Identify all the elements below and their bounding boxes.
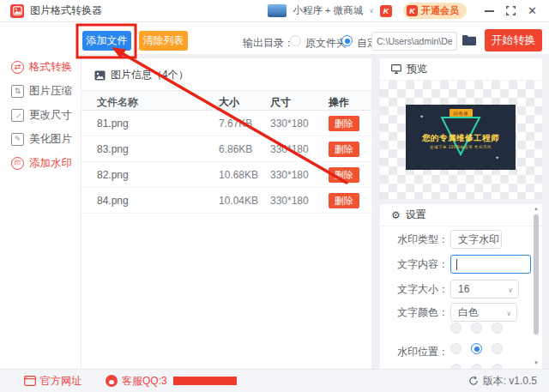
watermark-type-select[interactable]: 文字水印 ∨ [450, 230, 502, 249]
table-row: 84.png 10.04KB 330*180 删除 [81, 188, 371, 214]
cell-filename: 83.png [97, 143, 129, 155]
scroll-down-icon[interactable]: ▼ [533, 360, 540, 365]
sidebar-item-image-compress[interactable]: ⇅ 图片压缩 [11, 82, 72, 100]
text-cursor [456, 259, 457, 270]
col-size: 大小 [219, 95, 239, 110]
scrollbar-thumb[interactable] [534, 214, 539, 335]
open-vip-button[interactable]: K 开通会员 [403, 3, 467, 19]
sparkle-icon: ✦ [495, 154, 499, 160]
file-list-panel: 图片信息（4个） 文件名称 大小 尺寸 操作 81.png 7.67KB 330… [81, 58, 371, 369]
text-content-label: 文字内容： [397, 257, 450, 272]
maximize-button[interactable] [506, 6, 516, 15]
compress-icon: ⇅ [11, 85, 24, 98]
sidebar: ⇄ 格式转换 ⇅ 图片压缩 ↔ 更改尺寸 ✎ 美化图片 印 添加水印 [0, 22, 81, 369]
preview-image: ✦ ✦ 闪电修 您的专属维修工程师 全城下单 100%响应率 售后无忧 [406, 105, 516, 170]
clear-list-button[interactable]: 清除列表 [139, 31, 188, 51]
image-info-icon [94, 70, 106, 81]
col-filename: 文件名称 [97, 95, 138, 110]
cell-filename: 81.png [97, 118, 129, 130]
delete-row-button[interactable]: 删除 [329, 142, 359, 157]
chevron-down-icon: ∨ [491, 237, 496, 244]
cell-size: 6.86KB [219, 143, 252, 155]
delete-row-button[interactable]: 删除 [329, 116, 359, 131]
account-avatar [268, 4, 287, 17]
preview-icon [391, 64, 401, 74]
sidebar-item-beautify[interactable]: ✎ 美化图片 [11, 130, 72, 148]
preview-title-text: 您的专属维修工程师 [406, 133, 516, 144]
preview-badge: 闪电修 [449, 109, 473, 117]
title-bar: 图片格式转换器 小程序 + 微商城 ∨ K K 开通会员 ✕ [0, 0, 549, 22]
window-title: 图片格式转换器 [30, 3, 102, 18]
qq-number-redaction [173, 377, 237, 385]
version-label: 版本: v1.0.5 [483, 374, 537, 389]
col-action: 操作 [329, 95, 349, 110]
position-radio-center[interactable] [471, 343, 482, 354]
position-radio-top-right[interactable] [492, 323, 503, 334]
convert-icon: ⇄ [11, 61, 24, 74]
output-path-input[interactable] [371, 32, 457, 51]
output-dir-label: 输出目录： [243, 36, 294, 51]
col-dims: 尺寸 [270, 95, 291, 110]
sparkle-icon: ✦ [419, 113, 424, 119]
add-files-button[interactable]: 添加文件 [82, 31, 131, 51]
position-radio-middle-right[interactable] [492, 343, 503, 354]
text-content-input[interactable] [450, 255, 531, 274]
beautify-icon: ✎ [11, 133, 24, 146]
settings-scrollbar[interactable]: ▲ ▼ [533, 206, 540, 365]
table-row: 81.png 7.67KB 330*180 删除 [81, 111, 371, 136]
cell-dims: 330*180 [270, 169, 309, 181]
watermark-position-label: 水印位置： [397, 345, 450, 359]
watermark-type-label: 水印类型： [397, 232, 450, 247]
vip-label: 开通会员 [421, 4, 459, 17]
settings-panel: ⚙ 设置 水印类型： 文字水印 ∨ 文字内容： 文字大小： 16 ∨ 文字颜色： [380, 204, 542, 369]
position-radio-top-left[interactable] [450, 323, 462, 334]
text-color-select[interactable]: 白色 ∨ [450, 303, 517, 322]
table-row: 82.png 10.68KB 330*180 删除 [81, 162, 371, 188]
app-window: 图片格式转换器 小程序 + 微商城 ∨ K K 开通会员 ✕ ⇄ 格式转换 ⇅ … [0, 0, 549, 392]
update-refresh-icon[interactable] [468, 376, 479, 386]
delete-row-button[interactable]: 删除 [329, 193, 359, 208]
start-convert-button[interactable]: 开始转换 [485, 29, 542, 51]
table-header-row: 文件名称 大小 尺寸 操作 [81, 90, 371, 111]
website-icon [24, 376, 36, 386]
official-site-link[interactable]: 官方网址 [24, 374, 81, 389]
sidebar-item-watermark[interactable]: 印 添加水印 [11, 154, 72, 172]
preview-subtitle-text: 全城下单 100%响应率 售后无忧 [406, 145, 516, 149]
cell-filename: 82.png [97, 169, 129, 181]
qq-icon [106, 375, 118, 387]
cell-dims: 330*180 [270, 195, 309, 207]
preview-header: 预览 [407, 62, 427, 76]
position-radio-middle-left[interactable] [450, 343, 462, 354]
cell-filename: 84.png [97, 195, 129, 207]
app-logo-icon [10, 4, 24, 18]
cell-dims: 330*180 [270, 143, 309, 155]
radio-custom-folder[interactable] [341, 35, 353, 46]
chevron-down-icon[interactable]: ∨ [369, 7, 374, 15]
gear-icon: ⚙ [391, 209, 401, 221]
scroll-up-icon[interactable]: ▲ [533, 206, 540, 211]
text-size-label: 文字大小： [397, 282, 450, 297]
text-color-label: 文字颜色： [397, 305, 450, 320]
chevron-down-icon: ∨ [506, 310, 511, 317]
cell-dims: 330*180 [270, 118, 309, 130]
version-area: 版本: v1.0.5 [468, 374, 537, 389]
sidebar-item-format-convert[interactable]: ⇄ 格式转换 [11, 58, 72, 75]
sidebar-item-resize[interactable]: ↔ 更改尺寸 [11, 106, 72, 124]
settings-header: 设置 [406, 208, 426, 222]
delete-row-button[interactable]: 删除 [329, 167, 359, 183]
position-radio-top-center[interactable] [471, 323, 482, 334]
text-size-select[interactable]: 16 ∨ [450, 280, 519, 299]
browse-folder-icon[interactable] [462, 33, 476, 49]
close-button[interactable]: ✕ [528, 5, 537, 16]
status-bar: 官方网址 客服QQ:3 版本: v1.0.5 [0, 369, 549, 392]
resize-icon: ↔ [11, 109, 24, 122]
file-list-header: 图片信息（4个） [111, 68, 189, 82]
minimize-button[interactable] [485, 10, 494, 12]
radio-original-folder[interactable] [290, 35, 301, 46]
account-label[interactable]: 小程序 + 微商城 [293, 4, 363, 17]
table-row: 83.png 6.86KB 330*180 删除 [81, 136, 371, 162]
chevron-down-icon: ∨ [508, 286, 513, 294]
brand-badge-icon: K [380, 5, 392, 17]
watermark-icon: 印 [11, 157, 24, 170]
radio-original-folder-label[interactable]: 原文件夹 [305, 36, 347, 51]
